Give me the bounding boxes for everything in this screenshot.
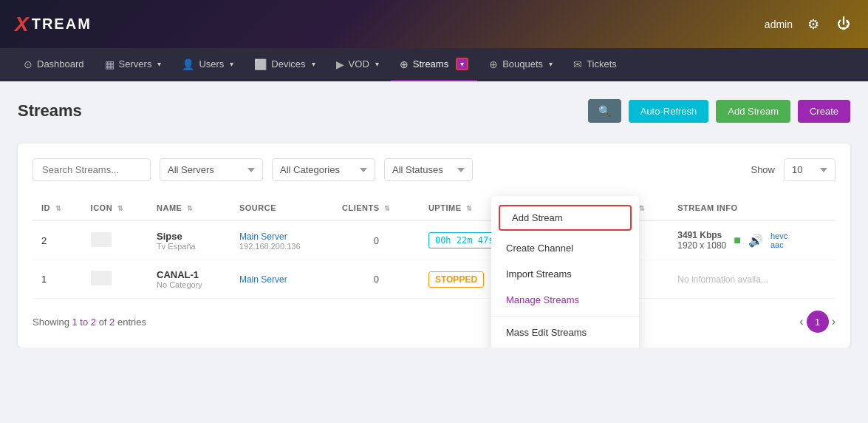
add-stream-label: Add Stream	[512, 212, 563, 223]
table-row: 2 Sipse Tv España Main Server 192.168.20…	[33, 220, 835, 260]
row-id: 1	[33, 260, 82, 299]
bouquets-arrow-icon: ▾	[549, 60, 553, 68]
create-button[interactable]: Create	[798, 100, 850, 123]
row-name: Sipse Tv España	[148, 220, 230, 260]
header-right: admin ⚙ ⏻	[765, 13, 853, 35]
settings-icon: ⚙	[807, 16, 819, 33]
servers-filter[interactable]: All Servers	[160, 158, 263, 181]
dropdown-import-streams[interactable]: Import Streams	[491, 261, 639, 287]
users-icon: 👤	[182, 58, 194, 70]
page-title: Streams	[18, 101, 82, 121]
logo-x: X	[15, 13, 29, 36]
col-name: NAME ⇅	[148, 196, 230, 220]
sidebar-item-vod[interactable]: ▶ VOD ▾	[327, 48, 388, 81]
row-id: 2	[33, 220, 82, 260]
servers-icon: ▦	[105, 58, 115, 70]
nav-bouquets-label: Bouquets	[502, 58, 543, 70]
col-stream-info: STREAM INFO	[669, 196, 835, 220]
nav-users-label: Users	[199, 58, 224, 70]
dropdown-mass-edit[interactable]: Mass Edit Streams	[491, 319, 639, 345]
nav-tickets-label: Tickets	[587, 58, 617, 70]
dropdown-create-channel[interactable]: Create Channel	[491, 235, 639, 261]
pagination-buttons: ‹ 1 ›	[799, 311, 835, 333]
video-status-icon: ■	[734, 234, 741, 247]
dropdown-manage-streams[interactable]: Manage Streams	[491, 287, 639, 313]
pagination-prev-button[interactable]: ‹	[799, 315, 803, 328]
main-card: All Servers All Categories All Statuses …	[18, 143, 850, 348]
row-stream-info: 3491 Kbps 1920 x 1080 ■ 🔊 hevc aac	[669, 220, 835, 260]
pagination-total-link[interactable]: 2	[109, 317, 115, 328]
sidebar-item-bouquets[interactable]: ⊕ Bouquets ▾	[480, 48, 561, 81]
col-id: ID ⇅	[33, 196, 82, 220]
pagination-next-button[interactable]: ›	[832, 315, 835, 328]
show-select[interactable]: 10 25 50 100	[784, 158, 835, 181]
search-input[interactable]	[33, 158, 151, 181]
nav-vod-label: VOD	[349, 58, 369, 70]
dropdown-divider	[491, 316, 639, 317]
add-stream-button[interactable]: Add Stream	[716, 100, 790, 123]
sidebar-item-streams[interactable]: ⊕ Streams ▾	[391, 48, 477, 81]
nav-devices-label: Devices	[271, 58, 305, 70]
logo: X TREAM	[15, 13, 92, 36]
row-source: Main Server	[230, 260, 333, 299]
servers-arrow-icon: ▾	[157, 60, 161, 68]
nav-servers-label: Servers	[119, 58, 152, 70]
vod-arrow-icon: ▾	[375, 60, 379, 68]
pagination-range-link[interactable]: 1 to 2	[72, 317, 96, 328]
search-toggle-button[interactable]: 🔍	[588, 99, 621, 123]
row-source: Main Server 192.168.200.136	[230, 220, 333, 260]
sidebar-item-tickets[interactable]: ✉ Tickets	[564, 48, 626, 81]
row-name: CANAL-1 No Category	[148, 260, 230, 299]
admin-label: admin	[765, 18, 793, 30]
table-row: 1 CANAL-1 No Category Main Server 0 STOP…	[33, 260, 835, 299]
nav-dashboard-label: Dashboard	[37, 58, 84, 70]
auto-refresh-button[interactable]: Auto-Refresh	[629, 100, 709, 123]
row-icon	[82, 220, 148, 260]
sidebar-item-dashboard[interactable]: ⊙ Dashboard	[15, 48, 93, 81]
power-button[interactable]: ⏻	[834, 13, 853, 35]
bouquets-icon: ⊕	[489, 58, 498, 70]
settings-button[interactable]: ⚙	[804, 13, 822, 35]
streams-icon: ⊕	[400, 58, 409, 70]
row-icon	[82, 260, 148, 299]
sidebar-item-servers[interactable]: ▦ Servers ▾	[96, 48, 171, 81]
streams-dropdown-menu: Add Stream Create Channel Import Streams…	[491, 196, 639, 348]
sidebar-item-users[interactable]: 👤 Users ▾	[173, 48, 242, 81]
nav-streams-label: Streams	[413, 58, 448, 70]
action-bar: 🔍 Auto-Refresh Add Stream Create	[588, 99, 850, 123]
dropdown-add-stream[interactable]: Add Stream	[499, 205, 632, 231]
logo-tream: TREAM	[32, 16, 92, 33]
status-filter[interactable]: All Statuses	[384, 158, 473, 181]
search-icon: 🔍	[598, 105, 611, 117]
sidebar-item-devices[interactable]: ⬜ Devices ▾	[245, 48, 324, 81]
col-clients: CLIENTS ⇅	[333, 196, 420, 220]
row-stream-info: No information availa...	[669, 260, 835, 299]
pagination-page-1-button[interactable]: 1	[807, 311, 829, 333]
dropdown-stream-logs[interactable]: Stream Logs	[491, 345, 639, 348]
dashboard-icon: ⊙	[24, 58, 33, 70]
streams-arrow-icon[interactable]: ▾	[456, 58, 468, 70]
devices-icon: ⬜	[254, 58, 267, 70]
row-clients: 0	[333, 220, 420, 260]
tickets-icon: ✉	[573, 58, 582, 70]
vod-icon: ▶	[336, 58, 344, 70]
audio-status-icon: 🔊	[748, 234, 763, 248]
show-label: Show	[751, 164, 775, 175]
power-icon: ⏻	[837, 16, 850, 32]
showing-text: Showing 1 to 2 of 2 entries	[33, 317, 146, 328]
nav-bar: ⊙ Dashboard ▦ Servers ▾ 👤 Users ▾ ⬜ Devi…	[0, 48, 868, 81]
pagination-row: Showing 1 to 2 of 2 entries ‹ 1 ›	[33, 311, 835, 333]
filters-row: All Servers All Categories All Statuses …	[33, 158, 835, 181]
page-content: Streams 🔍 Auto-Refresh Add Stream Create…	[0, 81, 868, 348]
col-icon: ICON ⇅	[82, 196, 148, 220]
users-arrow-icon: ▾	[230, 60, 233, 68]
streams-table: ID ⇅ ICON ⇅ NAME ⇅ SOURCE CLIENTS ⇅ UPTI…	[33, 196, 835, 299]
categories-filter[interactable]: All Categories	[272, 158, 375, 181]
col-source: SOURCE	[230, 196, 333, 220]
devices-arrow-icon: ▾	[312, 60, 315, 68]
row-clients: 0	[333, 260, 420, 299]
top-header: X TREAM admin ⚙ ⏻	[0, 0, 868, 48]
